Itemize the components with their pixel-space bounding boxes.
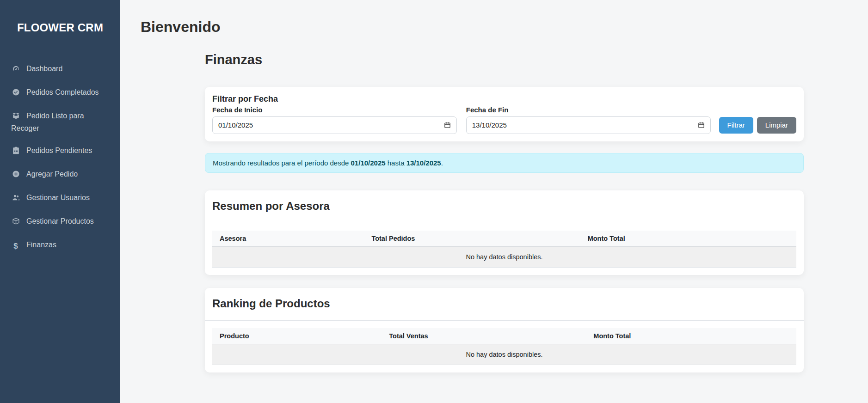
clipboard-icon [11, 147, 20, 158]
app-logo: FLOOWER CRM [0, 21, 120, 35]
date-filter-card: Filtrar por Fecha Fecha de Inicio 01/10/… [205, 87, 804, 141]
alert-text: hasta [386, 159, 406, 167]
ranking-table: Producto Total Ventas Monto Total No hay… [212, 328, 796, 365]
results-alert: Mostrando resultados para el período des… [205, 153, 804, 173]
ranking-col-producto: Producto [212, 328, 382, 344]
check-circle-icon [11, 88, 20, 99]
sidebar-item-label: Finanzas [26, 241, 56, 249]
sidebar-item-label: Dashboard [26, 65, 62, 73]
finanzas-section: Finanzas Filtrar por Fecha Fecha de Inic… [205, 52, 804, 391]
sidebar-item-agregar-pedido[interactable]: Agregar Pedido [0, 163, 120, 187]
sidebar-item-label: Pedidos Pendientes [26, 147, 92, 154]
summary-col-total-pedidos: Total Pedidos [364, 231, 580, 247]
gauge-icon [11, 65, 20, 76]
start-date-label: Fecha de Inicio [212, 106, 457, 114]
alert-text: Mostrando resultados para el período des… [213, 159, 351, 167]
table-row: No hay datos disponibles. [212, 344, 796, 365]
sidebar-item-label: Pedido Listo para Recoger [11, 112, 84, 132]
ranking-empty-message: No hay datos disponibles. [212, 344, 796, 365]
sidebar-item-gestionar-usuarios[interactable]: Gestionar Usuarios [0, 187, 120, 210]
plus-circle-icon [11, 170, 20, 181]
summary-col-asesora: Asesora [212, 231, 364, 247]
summary-card-title: Resumen por Asesora [212, 200, 796, 213]
box-icon [11, 217, 20, 228]
ranking-card: Ranking de Productos Producto Total Vent… [205, 288, 804, 372]
box-open-icon [11, 112, 20, 123]
calendar-icon[interactable] [698, 122, 705, 128]
ranking-card-title: Ranking de Productos [212, 297, 796, 310]
section-title: Finanzas [205, 52, 804, 67]
end-date-input[interactable]: 13/10/2025 [466, 116, 711, 134]
alert-start-date: 01/10/2025 [351, 159, 386, 167]
sidebar-item-dashboard[interactable]: Dashboard [0, 58, 120, 81]
sidebar-item-label: Pedidos Completados [26, 88, 99, 96]
end-date-label: Fecha de Fin [466, 106, 711, 114]
summary-table: Asesora Total Pedidos Monto Total No hay… [212, 231, 796, 268]
ranking-col-total-ventas: Total Ventas [382, 328, 586, 344]
filter-button[interactable]: Filtrar [719, 117, 753, 134]
ranking-col-monto-total: Monto Total [586, 328, 796, 344]
main-content: Bienvenido Finanzas Filtrar por Fecha Fe… [120, 0, 868, 391]
table-row: No hay datos disponibles. [212, 246, 796, 267]
filter-title: Filtrar por Fecha [212, 94, 796, 104]
alert-text: . [441, 159, 443, 167]
sidebar-item-pedidos-completados[interactable]: Pedidos Completados [0, 81, 120, 105]
calendar-icon[interactable] [444, 122, 451, 128]
sidebar-item-gestionar-productos[interactable]: Gestionar Productos [0, 210, 120, 234]
sidebar-item-label: Gestionar Productos [26, 217, 94, 225]
page-title: Bienvenido [141, 18, 868, 36]
end-date-value: 13/10/2025 [472, 121, 507, 129]
summary-empty-message: No hay datos disponibles. [212, 246, 796, 267]
start-date-input[interactable]: 01/10/2025 [212, 116, 457, 134]
start-date-value: 01/10/2025 [218, 121, 253, 129]
alert-end-date: 13/10/2025 [406, 159, 441, 167]
sidebar-item-label: Gestionar Usuarios [26, 194, 90, 202]
summary-card: Resumen por Asesora Asesora Total Pedido… [205, 190, 804, 275]
sidebar: FLOOWER CRM Dashboard Pedidos Completado… [0, 0, 120, 403]
summary-col-monto-total: Monto Total [580, 231, 796, 247]
clear-button[interactable]: Limpiar [757, 117, 796, 134]
sidebar-item-label: Agregar Pedido [26, 170, 78, 178]
sidebar-nav: Dashboard Pedidos Completados Pedido Lis… [0, 58, 120, 257]
users-icon [11, 194, 20, 205]
sidebar-item-finanzas[interactable]: $Finanzas [0, 234, 120, 257]
sidebar-item-pedidos-pendientes[interactable]: Pedidos Pendientes [0, 140, 120, 163]
sidebar-item-pedido-listo[interactable]: Pedido Listo para Recoger [0, 105, 120, 140]
dollar-icon: $ [11, 241, 20, 252]
